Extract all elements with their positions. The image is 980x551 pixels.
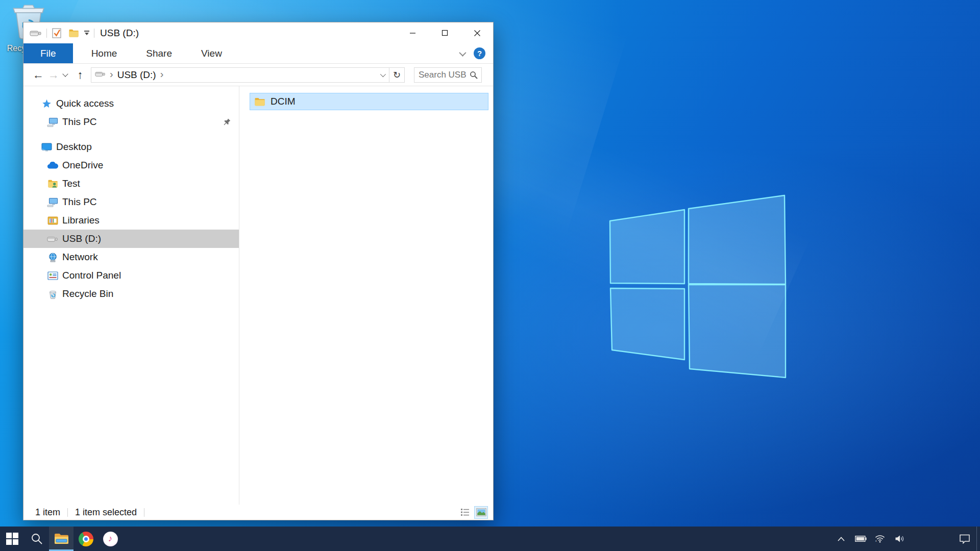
breadcrumb-chevron: › bbox=[160, 68, 164, 80]
address-dropdown-chevron[interactable] bbox=[376, 73, 389, 77]
sidebar-item-this-pc[interactable]: This PC bbox=[23, 113, 239, 131]
pc-icon bbox=[47, 197, 58, 207]
magnifier-icon bbox=[31, 533, 43, 545]
sidebar-item-label: Desktop bbox=[56, 141, 92, 153]
search-icon[interactable] bbox=[470, 71, 478, 79]
back-button[interactable]: ← bbox=[31, 68, 46, 82]
windows-logo-icon bbox=[6, 532, 19, 545]
quick-access-toolbar bbox=[30, 28, 99, 39]
tab-home[interactable]: Home bbox=[81, 43, 128, 63]
sidebar-item-control-panel[interactable]: Control Panel bbox=[23, 266, 239, 285]
sidebar-item-label: Quick access bbox=[56, 98, 114, 109]
sidebar-item-test[interactable]: Test bbox=[23, 174, 239, 193]
sidebar-item-libraries[interactable]: Libraries bbox=[23, 211, 239, 230]
sidebar-item-label: USB (D:) bbox=[62, 233, 101, 244]
sidebar-group-gap bbox=[23, 131, 239, 138]
maximize-button[interactable] bbox=[429, 22, 461, 43]
sidebar-item-usb-d[interactable]: USB (D:) bbox=[23, 230, 239, 248]
qat-customize-dropdown[interactable] bbox=[84, 31, 89, 35]
sidebar-item-recycle-bin[interactable]: Recycle Bin bbox=[23, 285, 239, 303]
sidebar-item-quick-access[interactable]: Quick access bbox=[23, 94, 239, 113]
file-item-label: DCIM bbox=[271, 96, 296, 107]
tab-file[interactable]: File bbox=[23, 43, 73, 63]
windows-logo-wallpaper bbox=[605, 191, 789, 381]
sidebar-item-label: This PC bbox=[62, 116, 97, 128]
search-box[interactable] bbox=[414, 67, 482, 83]
star-icon bbox=[41, 99, 52, 109]
address-drive-icon bbox=[95, 70, 106, 80]
chrome-ball-icon bbox=[79, 532, 93, 546]
taskbar: ♪ * bbox=[0, 527, 980, 551]
battery-icon[interactable] bbox=[851, 527, 870, 551]
sidebar-item-label: This PC bbox=[62, 196, 97, 208]
status-divider bbox=[67, 508, 68, 517]
tray-chevron-icon[interactable] bbox=[831, 527, 851, 551]
help-button[interactable]: ? bbox=[474, 47, 485, 59]
explorer-window: USB (D:) File Home Share View ? ← → ↑ bbox=[23, 22, 494, 520]
sidebar-item-this-pc[interactable]: This PC bbox=[23, 193, 239, 211]
expand-ribbon-chevron-icon[interactable] bbox=[459, 49, 466, 56]
navigation-bar: ← → ↑ › USB (D:) › ↻ bbox=[23, 64, 493, 86]
sidebar-item-desktop[interactable]: Desktop bbox=[23, 138, 239, 156]
item-count: 1 item bbox=[35, 507, 60, 518]
sidebar-item-label: Libraries bbox=[62, 215, 100, 226]
action-center-icon[interactable] bbox=[953, 527, 976, 551]
navigation-pane: Quick accessThis PCDesktopOneDriveTestTh… bbox=[23, 86, 239, 505]
taskbar-itunes-button[interactable]: ♪ bbox=[98, 527, 122, 551]
tray-spacer bbox=[909, 527, 953, 551]
toolbar-separator bbox=[94, 29, 94, 38]
tab-share[interactable]: Share bbox=[135, 43, 183, 63]
taskbar-search-button[interactable] bbox=[24, 527, 49, 551]
title-bar: USB (D:) bbox=[23, 22, 493, 43]
pin-icon bbox=[223, 118, 231, 127]
sidebar-item-label: Recycle Bin bbox=[62, 288, 113, 299]
up-button[interactable]: ↑ bbox=[72, 68, 88, 82]
cloud-icon bbox=[47, 162, 58, 169]
sidebar-item-label: Network bbox=[62, 252, 98, 263]
recent-locations-chevron-icon[interactable] bbox=[62, 71, 68, 77]
minimize-button[interactable] bbox=[397, 22, 429, 43]
svg-text:*: * bbox=[875, 540, 877, 543]
music-note-icon: ♪ bbox=[103, 532, 118, 546]
taskbar-chrome-button[interactable] bbox=[74, 527, 98, 551]
selection-count: 1 item selected bbox=[75, 507, 137, 518]
volume-icon[interactable] bbox=[890, 527, 909, 551]
sidebar-item-network[interactable]: Network bbox=[23, 248, 239, 266]
library-icon bbox=[47, 216, 58, 225]
sidebar-item-label: OneDrive bbox=[62, 160, 103, 171]
network-icon bbox=[47, 253, 58, 262]
caption-buttons bbox=[397, 22, 493, 43]
window-title: USB (D:) bbox=[100, 28, 139, 39]
usb-drive-icon bbox=[30, 29, 42, 37]
tab-view[interactable]: View bbox=[190, 43, 233, 63]
sidebar-item-onedrive[interactable]: OneDrive bbox=[23, 156, 239, 174]
explorer-folder-icon bbox=[54, 532, 69, 545]
large-icons-view-button[interactable] bbox=[474, 506, 488, 519]
control-panel-icon bbox=[47, 271, 58, 280]
new-folder-icon[interactable] bbox=[68, 29, 79, 38]
wifi-icon[interactable]: * bbox=[870, 527, 890, 551]
properties-check-icon[interactable] bbox=[52, 28, 62, 39]
sidebar-item-label: Test bbox=[62, 178, 80, 189]
pc-icon bbox=[47, 117, 58, 127]
refresh-button[interactable]: ↻ bbox=[389, 67, 405, 83]
taskbar-start-button[interactable] bbox=[0, 527, 24, 551]
file-item-dcim[interactable]: DCIM bbox=[250, 93, 488, 110]
status-divider bbox=[144, 508, 144, 517]
user-folder-icon bbox=[47, 179, 58, 188]
taskbar-file-explorer-button[interactable] bbox=[49, 527, 74, 551]
toolbar-separator bbox=[46, 29, 47, 38]
status-bar: 1 item 1 item selected bbox=[23, 505, 493, 520]
close-button[interactable] bbox=[461, 22, 493, 43]
sidebar-item-label: Control Panel bbox=[62, 270, 121, 281]
show-desktop-button[interactable] bbox=[976, 527, 980, 551]
breadcrumb-chevron: › bbox=[110, 68, 113, 80]
address-bar[interactable]: › USB (D:) › bbox=[91, 67, 389, 83]
search-input[interactable] bbox=[414, 70, 466, 80]
forward-button[interactable]: → bbox=[46, 68, 61, 82]
recycle-icon bbox=[47, 289, 58, 299]
breadcrumb-drive[interactable]: USB (D:) bbox=[117, 69, 156, 81]
details-view-button[interactable] bbox=[458, 506, 472, 519]
folder-icon bbox=[254, 97, 265, 107]
desktop-icon bbox=[41, 143, 52, 152]
